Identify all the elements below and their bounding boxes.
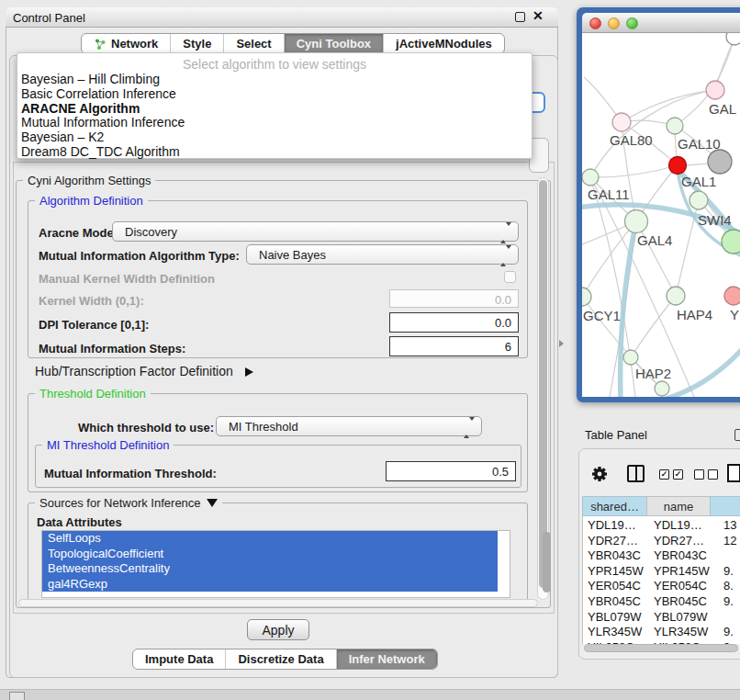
tab-label: Cyni Toolbox [297,37,371,51]
network-node[interactable] [724,287,740,305]
dpi-tolerance-field[interactable]: 0.0 [389,312,519,333]
network-node[interactable] [612,113,631,131]
table-cell: 9. [723,594,734,608]
control-panel-titlebar[interactable] [6,7,558,28]
split-pane-handle[interactable] [559,340,564,347]
screen: Control Panel ✕ NetworkStyleSelectCyni T… [0,0,740,700]
data-attribute-item[interactable]: SelfLoops [42,531,498,547]
select-all-checkbox-icon[interactable]: ✓ [673,469,683,480]
manual-kernel-checkbox[interactable] [504,271,516,283]
mi-threshold-label: Mutual Information Threshold: [44,467,217,480]
data-attribute-item[interactable]: gal4RGexp [42,577,498,593]
table-row[interactable]: YBR043CYBR043C [582,548,740,563]
network-node[interactable] [690,191,708,209]
network-node-label: GAL10 [678,136,721,152]
which-threshold-select[interactable]: MI Threshold [216,416,482,436]
table-cell: YBR043C [588,548,641,562]
network-node-label: GAL1 [681,174,716,189]
mi-threshold-field[interactable]: 0.5 [386,461,516,481]
table-body: YDL19…YDL19…13YDR27…YDR27…12YBR043CYBR04… [582,516,740,644]
which-threshold-label: Which threshold to use: [78,421,214,435]
aracne-mode-select[interactable]: Discovery [112,221,519,242]
collapse-down-icon [207,499,218,507]
table-panel-float-icon[interactable] [734,429,740,441]
tab-label: Style [183,37,211,51]
minimize-traffic-light-icon[interactable] [608,17,620,29]
tab-style[interactable]: Style [171,34,224,53]
network-node[interactable] [667,118,683,134]
algorithm-option[interactable]: Basic Correlation Inference [17,87,532,102]
table-row[interactable]: YLR345WYLR345W9. [582,624,740,639]
table-row[interactable]: YDL19…YDL19…13 [582,517,740,533]
aracne-mode-value: Discovery [125,225,177,239]
apply-button[interactable]: Apply [247,619,309,640]
network-node[interactable] [669,157,687,175]
attributes-scrollbar-thumb[interactable] [543,532,551,593]
tab-discretize-data[interactable]: Discretize Data [226,649,336,669]
table-column-header[interactable]: shared… [582,496,646,516]
zoom-traffic-light-icon[interactable] [626,17,638,29]
stepper-arrows-icon [500,226,511,240]
network-node[interactable] [667,287,685,305]
split-columns-icon[interactable] [627,465,645,482]
data-attribute-item[interactable]: BetweennessCentrality [42,561,498,577]
network-node[interactable] [625,210,648,233]
gear-icon[interactable] [590,465,609,487]
network-node[interactable] [706,81,724,99]
table-row[interactable]: YER054CYER054C8. [582,578,740,593]
tab-network[interactable]: Network [82,34,171,53]
mi-steps-field[interactable]: 6 [389,336,519,356]
tab-jactivemnodules[interactable]: jActiveMNodules [384,34,504,53]
table-cell: YDL19… [588,518,636,532]
data-attributes-list[interactable]: SelfLoopsTopologicalCoefficientBetweenne… [41,530,510,598]
algorithm-option[interactable]: Dream8 DC_TDC Algorithm [17,145,532,160]
network-canvas[interactable]: GALGAL80GAL10GAL1GAL11SWI4GAL4GCY1HAP4YH… [582,33,740,397]
algorithm-option[interactable]: Mutual Information Inference [17,116,532,130]
network-node[interactable] [708,150,732,174]
algorithm-option[interactable]: ARACNE Algorithm [17,102,532,117]
data-attribute-item[interactable]: TopologicalCoefficient [42,547,498,562]
cyni-bottom-tabbar: Impute DataDiscretize DataInfer Network [132,649,438,670]
select-all-checkbox-icon[interactable]: ✓ [659,469,669,480]
mi-threshold-definition-title: MI Threshold Definition [42,438,174,452]
network-node-label: GAL80 [610,132,653,148]
tab-select[interactable]: Select [224,34,284,53]
table-cell: YLR345W [588,625,642,638]
network-node[interactable] [582,288,591,306]
table-row[interactable]: YBR045CYBR045C9. [582,593,740,609]
table-header: shared…name [582,496,740,516]
cyni-algorithm-settings-title: Cyni Algorithm Settings [23,174,155,187]
algorithm-option[interactable]: Bayesian – Hill Climbing [17,73,532,87]
network-window-titlebar[interactable] [582,13,740,33]
table-column-header[interactable]: name [646,496,710,516]
hub-section-expander[interactable]: Hub/Transcription Factor Definition [35,364,253,378]
kernel-width-field[interactable]: 0.0 [389,289,519,308]
algorithm-option[interactable]: Bayesian – K2 [17,130,532,145]
table-horizontal-scrollbar[interactable] [584,644,738,652]
corner-grip-icon[interactable] [9,692,25,700]
mi-algorithm-type-select[interactable]: Naive Bayes [246,244,519,265]
document-icon[interactable] [727,464,740,482]
network-node[interactable] [722,230,740,254]
float-window-icon[interactable] [515,12,525,22]
sources-title[interactable]: Sources for Network Inference [35,496,222,510]
network-node[interactable] [582,169,599,186]
settings-scrollbar-thumb[interactable] [539,180,547,588]
network-node[interactable] [655,381,669,396]
table-column-header[interactable] [710,496,740,516]
network-edge [622,90,715,122]
tab-impute-data[interactable]: Impute Data [133,649,226,669]
settings-horizontal-scrollbar[interactable] [18,599,538,607]
table-row[interactable]: YPR145WYPR145W9. [582,563,740,579]
clear-selection-checkbox-icon[interactable] [694,469,704,480]
table-row[interactable]: YBL079WYBL079W [582,609,740,625]
table-cell: YER054C [654,579,707,593]
table-row[interactable]: YDR27…YDR27…12 [582,533,740,548]
tab-infer-network[interactable]: Infer Network [337,649,437,669]
tab-cyni-toolbox[interactable]: Cyni Toolbox [285,34,384,53]
close-icon[interactable]: ✕ [533,8,544,23]
network-node[interactable] [623,350,638,365]
close-traffic-light-icon[interactable] [589,17,601,29]
network-node[interactable] [726,33,740,45]
clear-selection-checkbox-icon[interactable] [708,469,718,480]
